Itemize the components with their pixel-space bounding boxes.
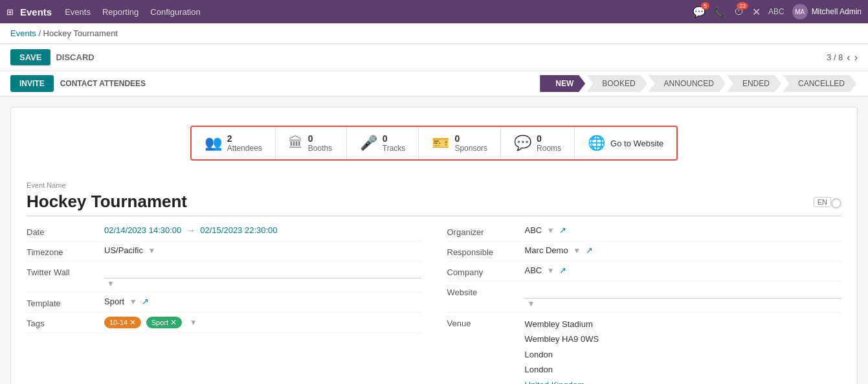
discard-button[interactable]: DISCARD [56, 52, 94, 62]
contact-attendees-button[interactable]: CONTACT ATTENDEES [60, 79, 146, 88]
venue-label: Venue [447, 317, 525, 328]
template-text: Sport [104, 297, 124, 306]
status-cancelled[interactable]: CANCELLED [783, 75, 856, 92]
tag-sport: Sport ✕ [146, 317, 182, 328]
invite-button[interactable]: INVITE [10, 75, 54, 92]
smart-btn-website[interactable]: 🌐 Go to Website [575, 127, 676, 159]
website-icon: 🌐 [588, 135, 605, 152]
chat-badge: 5 [701, 2, 709, 10]
date-start[interactable]: 02/14/2023 14:30:00 [104, 225, 181, 235]
twitter-row: Twitter Wall ▼ [27, 262, 421, 293]
date-row: Date 02/14/2023 14:30:00 → 02/15/2023 22… [27, 221, 421, 242]
status-ended[interactable]: ENDED [727, 75, 781, 92]
venue-address-1: Wembley HA9 0WS [525, 332, 842, 346]
sponsors-icon: 🎫 [432, 135, 449, 152]
date-label: Date [27, 225, 104, 237]
twitter-caret[interactable]: ▼ [107, 279, 115, 288]
tags-value: 10-14 ✕ Sport ✕ ▼ [104, 317, 421, 328]
form-grid: Date 02/14/2023 14:30:00 → 02/15/2023 22… [27, 221, 841, 384]
company-value: ABC ▼ ↗ [525, 265, 842, 275]
tags-row: Tags 10-14 ✕ Sport ✕ ▼ [27, 313, 421, 333]
timer-icon[interactable]: ⏱23 [734, 6, 744, 17]
timezone-value: US/Pacific ▼ [104, 245, 421, 255]
user-name: Mitchell Admin [812, 7, 862, 16]
venue-address-2: London [525, 347, 842, 362]
app-name[interactable]: Events [20, 6, 52, 17]
status-booked[interactable]: BOOKED [586, 75, 647, 92]
tag-sport-remove[interactable]: ✕ [170, 318, 177, 327]
timezone-row: Timezone US/Pacific ▼ [27, 242, 421, 262]
nav-link-configuration[interactable]: Configuration [150, 7, 200, 17]
nav-links: Events Reporting Configuration [65, 7, 693, 17]
smart-buttons: 👥 2 Attendees 🏛 0 Booths 🎤 [190, 126, 678, 161]
attendees-label: Attendees [227, 144, 262, 153]
twitter-input[interactable] [104, 265, 421, 278]
date-value: 02/14/2023 14:30:00 → 02/15/2023 22:30:0… [104, 225, 421, 235]
nav-link-reporting[interactable]: Reporting [102, 7, 139, 17]
nav-link-events[interactable]: Events [65, 7, 91, 17]
organizer-caret[interactable]: ▼ [547, 226, 555, 235]
company-ext-icon[interactable]: ↗ [559, 265, 566, 275]
smart-btn-sponsors[interactable]: 🎫 0 Sponsors [419, 127, 501, 159]
rooms-label: Rooms [537, 144, 561, 153]
breadcrumb-parent[interactable]: Events [10, 28, 36, 38]
user-menu[interactable]: MA Mitchell Admin [792, 4, 862, 19]
template-label: Template [27, 297, 104, 308]
tags-label: Tags [27, 317, 104, 328]
rooms-icon: 💬 [514, 135, 531, 152]
toolbar: SAVE DISCARD 3 / 8 ‹ › [0, 44, 868, 71]
organizer-value: ABC ▼ ↗ [525, 225, 842, 235]
responsible-ext-icon[interactable]: ↗ [586, 245, 593, 255]
timezone-text: US/Pacific [104, 245, 143, 255]
smart-btn-attendees[interactable]: 👥 2 Attendees [192, 127, 276, 159]
chat-icon[interactable]: 💬5 [693, 6, 706, 18]
website-label: Website [447, 286, 525, 297]
grid-icon[interactable]: ⊞ [6, 7, 14, 17]
timezone-caret[interactable]: ▼ [148, 246, 156, 255]
pagination-next[interactable]: › [854, 52, 858, 63]
company-label: Company [447, 265, 525, 277]
venue-value: Wembley Stadium Wembley HA9 0WS London L… [525, 317, 842, 384]
venue-address-3: London [525, 362, 842, 377]
tags-caret[interactable]: ▼ [190, 318, 197, 327]
responsible-label: Responsible [447, 245, 525, 257]
event-name-input[interactable] [27, 190, 808, 213]
close-icon[interactable]: ✕ [752, 6, 761, 18]
top-navigation: ⊞ Events Events Reporting Configuration … [0, 0, 868, 23]
template-ext-icon[interactable]: ↗ [142, 297, 149, 306]
status-announced[interactable]: ANNOUNCED [649, 75, 726, 92]
date-end[interactable]: 02/15/2023 22:30:00 [200, 225, 277, 235]
form-body: Event Name EN Date 02/14/2023 [11, 171, 857, 384]
template-row: Template Sport ▼ ↗ [27, 293, 421, 313]
responsible-value: Marc Demo ▼ ↗ [525, 245, 842, 255]
pagination-prev[interactable]: ‹ [847, 52, 850, 63]
tag-10-14-remove[interactable]: ✕ [129, 318, 136, 327]
sponsors-count: 0 [454, 133, 487, 144]
company-caret[interactable]: ▼ [547, 266, 555, 275]
timezone-label: Timezone [27, 245, 104, 257]
organizer-label: Organizer [447, 225, 525, 237]
phone-icon[interactable]: 📞 [713, 6, 726, 18]
rooms-count: 0 [537, 133, 561, 144]
save-button[interactable]: SAVE [10, 49, 50, 65]
organizer-ext-icon[interactable]: ↗ [559, 225, 566, 235]
smart-btn-tracks[interactable]: 🎤 0 Tracks [347, 127, 419, 159]
twitter-label: Twitter Wall [27, 265, 104, 277]
website-row: Website ▼ [447, 282, 842, 313]
smart-btn-booths[interactable]: 🏛 0 Booths [276, 127, 347, 159]
tracks-icon: 🎤 [360, 135, 377, 152]
template-caret[interactable]: ▼ [129, 297, 137, 306]
language-badge[interactable]: EN [814, 197, 831, 207]
sponsors-label: Sponsors [454, 144, 487, 153]
venue-row: Venue Wembley Stadium Wembley HA9 0WS Lo… [447, 313, 842, 384]
responsible-caret[interactable]: ▼ [573, 246, 581, 255]
smart-btn-rooms[interactable]: 💬 0 Rooms [501, 127, 575, 159]
website-caret[interactable]: ▼ [528, 299, 535, 308]
booths-label: Booths [308, 144, 332, 153]
responsible-text: Marc Demo [525, 245, 568, 255]
responsible-row: Responsible Marc Demo ▼ ↗ [447, 242, 842, 262]
status-new[interactable]: NEW [540, 75, 585, 92]
status-bar: INVITE CONTACT ATTENDEES NEW BOOKED ANNO… [0, 71, 868, 96]
form-left-column: Date 02/14/2023 14:30:00 → 02/15/2023 22… [27, 221, 421, 384]
website-input[interactable] [525, 286, 842, 299]
